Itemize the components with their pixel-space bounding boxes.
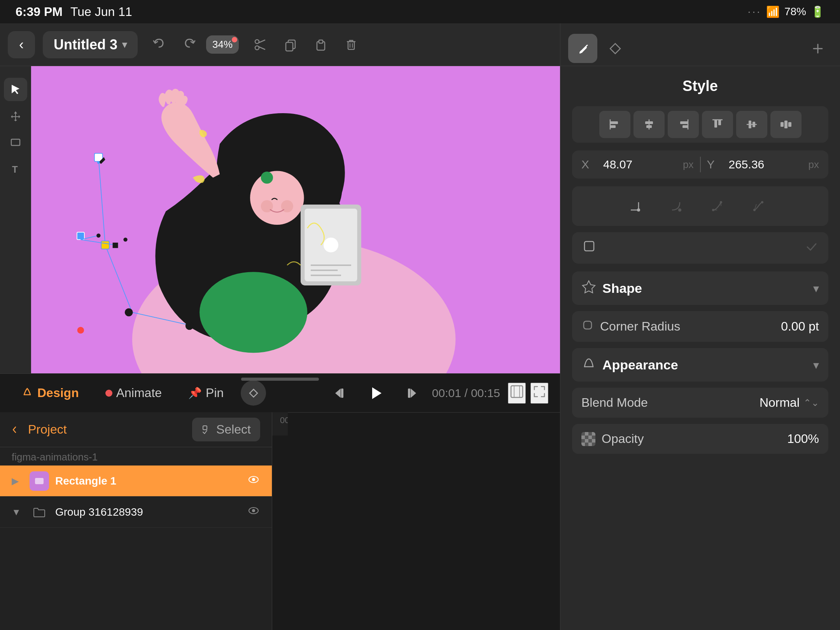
appearance-header-left: Appearance	[581, 356, 678, 374]
diamond-tab[interactable]	[600, 34, 630, 63]
copy-button[interactable]	[277, 31, 304, 58]
select-button[interactable]: Select	[192, 418, 260, 441]
layer-panel: Project Select figma-animations-1 ▶ Rect…	[0, 412, 272, 630]
layer-expand-icon[interactable]: ▶	[12, 476, 23, 486]
curve-bezier-button[interactable]	[704, 192, 738, 220]
svg-point-75	[720, 201, 722, 203]
layer-rect-icon	[30, 471, 49, 491]
layer-visibility-rectangle[interactable]	[247, 473, 260, 489]
blend-mode-row[interactable]: Blend Mode Normal ⌃⌄	[572, 388, 828, 418]
y-value[interactable]: 265.36	[729, 158, 802, 171]
status-time: 6:39 PM	[16, 5, 63, 19]
fast-forward-button[interactable]	[397, 380, 424, 407]
pin-tab[interactable]: 📌 Pin	[179, 380, 233, 406]
appearance-label: Appearance	[602, 357, 678, 373]
canvas-area[interactable]	[31, 66, 560, 373]
pin-icon: 📌	[188, 387, 202, 399]
svg-point-39	[125, 308, 133, 317]
svg-point-46	[96, 234, 100, 238]
delete-button[interactable]	[338, 31, 365, 58]
svg-rect-60	[682, 125, 688, 128]
brush-tab[interactable]	[568, 34, 597, 63]
layer-group-label: figma-animations-1	[0, 447, 272, 466]
svg-point-48	[123, 238, 127, 242]
timeline-ruler[interactable]: 00:00 00:02 00:04 00:06	[272, 412, 288, 436]
shape-chevron-icon: ▾	[813, 282, 819, 295]
curve-smooth-button[interactable]	[662, 192, 697, 220]
corner-radius-row[interactable]: Corner Radius 0.00 pt	[572, 311, 828, 342]
play-button[interactable]	[362, 380, 389, 407]
svg-rect-7	[319, 40, 323, 43]
corner-radius-label: Corner Radius	[600, 319, 781, 334]
animate-tab[interactable]: Animate	[96, 380, 171, 406]
svg-text:T: T	[12, 164, 18, 175]
curve-corner-button[interactable]	[745, 192, 780, 220]
curve-sharp-button[interactable]	[621, 192, 656, 220]
x-value[interactable]: 48.07	[603, 158, 677, 171]
layer-visibility-group[interactable]	[247, 504, 260, 520]
layer-name-rectangle: Rectangle 1	[55, 475, 241, 487]
add-tab[interactable]	[803, 34, 832, 63]
svg-marker-85	[372, 387, 382, 399]
pos-divider	[700, 157, 701, 172]
bottom-area: Design Animate 📌 Pin 00:01 / 00:15	[0, 373, 560, 630]
shape-icon	[581, 279, 596, 297]
blend-mode-text: Normal	[760, 396, 800, 410]
svg-rect-84	[341, 388, 343, 398]
opacity-row[interactable]: Opacity 100%	[572, 424, 828, 454]
redo-button[interactable]	[176, 31, 203, 58]
project-title-text: Untitled 3	[54, 37, 117, 53]
status-right: ··· 📶 78% 🔋	[748, 5, 824, 18]
opacity-label: Opacity	[602, 432, 787, 446]
design-tab[interactable]: Design	[12, 380, 88, 406]
svg-rect-80	[584, 321, 592, 329]
cut-button[interactable]	[247, 31, 274, 58]
select-tool[interactable]	[4, 78, 27, 101]
blend-mode-value[interactable]: Normal ⌃⌄	[760, 396, 819, 410]
svg-point-29	[324, 238, 338, 252]
rewind-button[interactable]	[327, 380, 354, 407]
distribute-button[interactable]	[770, 111, 802, 138]
svg-point-33	[200, 272, 307, 353]
svg-point-40	[186, 322, 194, 330]
layer-group-expand-icon[interactable]: ▼	[12, 507, 23, 518]
keyframe-track	[272, 509, 280, 544]
ruler-label-0: 00:00	[280, 412, 288, 425]
align-left-button[interactable]	[599, 111, 630, 138]
layer-item-rectangle[interactable]: ▶ Rectangle 1	[0, 466, 272, 497]
shape-section-header[interactable]: Shape ▾	[572, 271, 828, 305]
opacity-value[interactable]: 100%	[787, 432, 819, 446]
paste-button[interactable]	[307, 31, 334, 58]
canvas-content	[31, 66, 560, 373]
svg-point-77	[753, 209, 756, 211]
frame-mode-button[interactable]	[508, 383, 526, 404]
back-button[interactable]: ‹	[8, 31, 35, 58]
path-options-row	[572, 232, 828, 264]
video-track	[272, 436, 280, 474]
check-path-icon	[803, 238, 819, 257]
project-button[interactable]: Project	[12, 422, 67, 437]
align-center-h-button[interactable]	[634, 111, 665, 138]
appearance-chevron-icon: ▾	[813, 358, 819, 372]
add-keyframe-button[interactable]	[241, 380, 266, 406]
animate-tab-label: Animate	[116, 386, 162, 400]
corner-radius-value[interactable]: 0.00 pt	[781, 319, 819, 334]
animate-dot-icon	[105, 390, 112, 397]
svg-rect-92	[35, 478, 44, 484]
fullscreen-button[interactable]	[530, 383, 548, 404]
appearance-section-header[interactable]: Appearance ▾	[572, 348, 828, 382]
layer-item-group[interactable]: ▼ Group 316128939	[0, 497, 272, 528]
scroll-handle[interactable]	[241, 378, 319, 381]
align-center-v-button[interactable]	[736, 111, 767, 138]
align-top-button[interactable]	[702, 111, 733, 138]
edit-group	[247, 31, 365, 58]
move-tool[interactable]	[4, 104, 27, 128]
svg-marker-83	[335, 388, 341, 398]
rectangle-tool[interactable]	[4, 131, 27, 154]
project-title-button[interactable]: Untitled 3 ▾	[43, 31, 138, 58]
text-tool[interactable]: T	[4, 157, 27, 180]
svg-point-42	[77, 327, 84, 333]
align-right-button[interactable]	[668, 111, 699, 138]
svg-rect-57	[646, 125, 652, 128]
undo-button[interactable]	[145, 31, 173, 58]
